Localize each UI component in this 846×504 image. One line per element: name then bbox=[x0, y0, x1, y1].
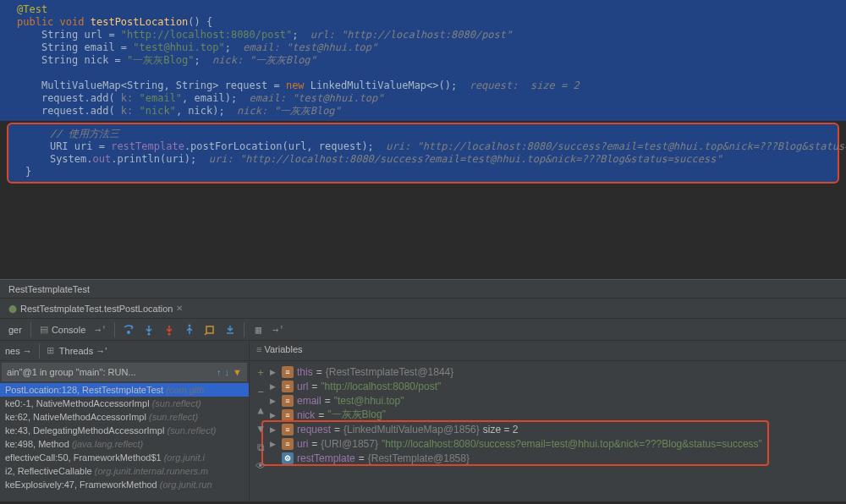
highlighted-code-box: // 使用方法三 URI uri = restTemplate.postForL… bbox=[7, 123, 839, 184]
config-tab-bar: ⬤ RestTestmplateTest.testPostLocation ✕ bbox=[0, 299, 846, 319]
arrow-down-icon[interactable]: ↓ bbox=[225, 367, 230, 377]
annotation: @Test bbox=[17, 3, 47, 15]
add-watch-icon[interactable]: + bbox=[253, 365, 268, 381]
svg-point-3 bbox=[189, 324, 191, 326]
frames-label: nes → bbox=[5, 346, 32, 356]
arrow-up-icon[interactable]: ↑ bbox=[217, 367, 222, 377]
stack-frame[interactable]: PostLocation:128, RestTestmplateTest (co… bbox=[0, 383, 249, 397]
debug-title-bar: RestTestmplateTest bbox=[0, 280, 846, 299]
drop-frame-icon[interactable] bbox=[201, 321, 218, 338]
stack-frame[interactable]: ke:62, NativeMethodAccessorImpl (sun.ref… bbox=[0, 410, 249, 424]
threads-icon: ⊞ bbox=[47, 345, 54, 356]
remove-watch-icon[interactable]: − bbox=[253, 384, 268, 399]
variables-panel: ≡ Variables ▶≡this = {RestTestmplateTest… bbox=[250, 341, 846, 501]
thread-selector[interactable]: ain"@1 in group "main": RUN... ↑ ↓ ▼ bbox=[2, 363, 247, 381]
svg-point-2 bbox=[168, 332, 171, 335]
up-icon[interactable]: ▲ bbox=[253, 403, 268, 418]
debug-title: RestTestmplateTest bbox=[0, 282, 98, 297]
run-to-cursor-icon[interactable] bbox=[222, 321, 239, 338]
stack-frame[interactable]: ke0:-1, NativeMethodAccessorImpl (sun.re… bbox=[0, 397, 249, 410]
step-into-icon[interactable] bbox=[140, 321, 157, 338]
variable-row[interactable]: ▶≡this = {RestTestmplateTest@1844} bbox=[253, 364, 843, 379]
test-icon: ⬤ bbox=[8, 304, 17, 313]
run-config-tab[interactable]: ⬤ RestTestmplateTest.testPostLocation ✕ bbox=[0, 300, 191, 317]
debug-panel: RestTestmplateTest ⬤ RestTestmplateTest.… bbox=[0, 279, 846, 501]
tab-debugger[interactable]: ger bbox=[5, 321, 25, 338]
copy-icon[interactable]: ⧉ bbox=[253, 440, 268, 455]
variables-label: Variables bbox=[264, 344, 302, 354]
vars-header-icon: ≡ bbox=[256, 344, 261, 354]
stack-frame[interactable]: eflectiveCall:50, FrameworkMethod$1 (org… bbox=[0, 451, 249, 464]
step-out-icon[interactable] bbox=[181, 321, 198, 338]
debug-toolbar: ger ▤Console →' ▦ →' bbox=[0, 319, 846, 341]
svg-point-0 bbox=[127, 331, 130, 334]
evaluate-icon[interactable]: ▦ bbox=[250, 321, 266, 338]
stack-frame[interactable]: i2, ReflectiveCallable (org.junit.intern… bbox=[0, 464, 249, 478]
frames-panel: nes → ⊞ Threads →' ain"@1 in group "main… bbox=[0, 341, 250, 501]
code-editor[interactable]: @Test public void testPostLocation() { S… bbox=[0, 0, 846, 279]
close-icon[interactable]: ✕ bbox=[176, 304, 183, 313]
down-icon[interactable]: ▼ bbox=[253, 421, 268, 436]
stack-frame[interactable]: ke:498, Method (java.lang.reflect) bbox=[0, 437, 249, 451]
frame-list[interactable]: PostLocation:128, RestTestmplateTest (co… bbox=[0, 383, 249, 491]
variables-side-toolbar: + − ▲ ▼ ⧉ 👁 bbox=[251, 364, 270, 475]
highlighted-vars-box bbox=[261, 420, 769, 466]
console-icon: ▤ bbox=[40, 324, 48, 335]
variable-row[interactable]: ▶≡url = "http://localhost:8080/post" bbox=[253, 379, 843, 393]
tab-console[interactable]: ▤Console bbox=[36, 321, 89, 338]
watch-icon[interactable]: 👁 bbox=[253, 458, 268, 474]
more-icon[interactable]: →' bbox=[92, 321, 109, 338]
more2-icon[interactable]: →' bbox=[270, 321, 287, 338]
force-step-into-icon[interactable] bbox=[161, 321, 178, 338]
filter-icon[interactable]: ▼ bbox=[233, 367, 242, 377]
variable-row[interactable]: ▶≡email = "test@hhui.top" bbox=[253, 393, 843, 408]
stack-frame[interactable]: keExplosively:47, FrameworkMethod (org.j… bbox=[0, 478, 249, 491]
threads-label[interactable]: Threads →' bbox=[59, 346, 107, 356]
step-over-icon[interactable] bbox=[120, 321, 137, 338]
stack-frame[interactable]: ke:43, DelegatingMethodAccessorImpl (sun… bbox=[0, 424, 249, 437]
svg-point-1 bbox=[148, 332, 151, 335]
